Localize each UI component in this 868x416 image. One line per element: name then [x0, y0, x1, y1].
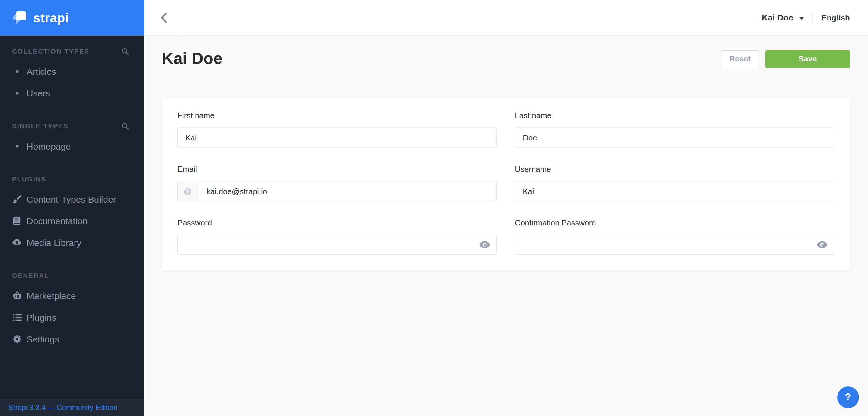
page-title: Kai Doe — [162, 49, 222, 68]
language-selector[interactable]: English — [822, 13, 850, 22]
form-grid: First name Last name Email — [178, 111, 834, 255]
user-name: Kai Doe — [762, 13, 793, 22]
first-name-field: First name — [178, 111, 497, 148]
question-mark: ? — [845, 391, 851, 403]
password-field: Password — [178, 218, 497, 255]
main-area: Kai Doe English Kai Doe Reset Save First… — [144, 0, 868, 416]
last-name-field: Last name — [515, 111, 834, 148]
header-actions: Reset Save — [721, 50, 850, 68]
section-title: PLUGINS — [12, 175, 46, 183]
logo[interactable]: strapi — [0, 0, 144, 36]
sidebar: strapi COLLECTION TYPES Articles — [0, 0, 144, 416]
strapi-logo-icon — [11, 10, 28, 25]
divider — [812, 12, 813, 23]
eye-icon — [479, 241, 490, 248]
sidebar-item-plugins[interactable]: Plugins — [0, 306, 144, 328]
bullet-icon — [12, 91, 22, 94]
back-button[interactable] — [144, 0, 184, 35]
confirmation-password-input[interactable] — [516, 235, 834, 254]
section-collection-types: COLLECTION TYPES Articles Users — [0, 47, 144, 104]
bullet-icon — [12, 144, 22, 147]
toggle-password-visibility-button[interactable] — [479, 241, 490, 248]
email-field: Email @ — [178, 165, 497, 201]
section-single-types: SINGLE TYPES Homepage — [0, 122, 144, 157]
basket-icon — [12, 291, 22, 300]
version-link[interactable]: Strapi 3.3.4 — Community Edition — [0, 399, 144, 416]
sidebar-nav: COLLECTION TYPES Articles Users — [0, 36, 144, 350]
sidebar-item-marketplace[interactable]: Marketplace — [0, 284, 144, 306]
password-input[interactable] — [178, 235, 496, 254]
eye-icon — [817, 241, 828, 248]
bullet-icon — [12, 70, 22, 73]
sidebar-item-homepage[interactable]: Homepage — [0, 135, 144, 157]
first-name-input[interactable] — [178, 128, 496, 147]
toggle-password-visibility-button[interactable] — [817, 241, 828, 248]
email-input[interactable] — [198, 181, 496, 201]
email-label: Email — [178, 165, 497, 174]
edit-form-card: First name Last name Email — [162, 98, 850, 271]
username-input[interactable] — [516, 181, 834, 201]
book-icon — [12, 216, 22, 225]
section-general: GENERAL Marketplace — [0, 271, 144, 350]
user-menu[interactable]: Kai Doe — [762, 13, 804, 22]
section-plugins: PLUGINS Content-Types Builder — [0, 175, 144, 253]
last-name-input[interactable] — [516, 128, 834, 147]
first-name-label: First name — [178, 111, 497, 120]
content-header: Kai Doe Reset Save — [162, 49, 868, 68]
chevron-down-icon — [799, 16, 804, 20]
password-label: Password — [178, 218, 497, 227]
sidebar-item-settings[interactable]: Settings — [0, 328, 144, 350]
search-icon[interactable] — [121, 47, 129, 55]
confirmation-password-field: Confirmation Password — [515, 218, 834, 255]
section-title: COLLECTION TYPES — [12, 48, 89, 55]
content: Kai Doe Reset Save First name Last nam — [144, 36, 868, 416]
sidebar-item-content-types-builder[interactable]: Content-Types Builder — [0, 188, 144, 210]
at-icon: @ — [178, 181, 198, 201]
strapi-admin-app: strapi COLLECTION TYPES Articles — [0, 0, 868, 416]
chevron-left-icon — [160, 12, 167, 23]
gear-icon — [12, 334, 22, 343]
top-bar: Kai Doe English — [144, 0, 868, 36]
section-title: GENERAL — [12, 272, 49, 279]
sidebar-item-media-library[interactable]: Media Library — [0, 232, 144, 253]
confirmation-password-label: Confirmation Password — [515, 218, 834, 227]
sidebar-item-articles[interactable]: Articles — [0, 60, 144, 82]
search-icon[interactable] — [121, 122, 129, 130]
list-icon — [12, 313, 22, 321]
cloud-upload-icon — [12, 239, 22, 246]
section-title: SINGLE TYPES — [12, 123, 68, 130]
reset-button[interactable]: Reset — [721, 50, 760, 68]
help-button[interactable]: ? — [837, 386, 859, 408]
username-label: Username — [515, 165, 834, 174]
logo-text: strapi — [33, 10, 69, 25]
save-button[interactable]: Save — [765, 50, 850, 68]
last-name-label: Last name — [515, 111, 834, 120]
sidebar-item-users[interactable]: Users — [0, 82, 144, 104]
username-field: Username — [515, 165, 834, 201]
topbar-right: Kai Doe English — [762, 12, 868, 23]
sidebar-item-documentation[interactable]: Documentation — [0, 210, 144, 232]
brush-icon — [12, 195, 22, 204]
